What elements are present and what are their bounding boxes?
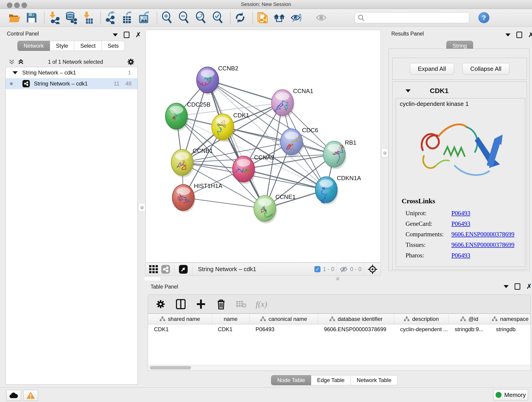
network-overview-icon[interactable]	[161, 265, 170, 274]
export-image-icon[interactable]	[138, 12, 150, 24]
memory-button[interactable]: Memory	[493, 389, 528, 400]
network-node-HIST1H1A[interactable]	[172, 185, 196, 212]
table-cell[interactable]: stringdb	[490, 324, 531, 334]
close-panel-icon[interactable]: ✗	[135, 32, 141, 37]
import-table-file-icon[interactable]	[82, 12, 94, 24]
clone-network-icon[interactable]	[257, 12, 268, 24]
delete-table-icon[interactable]	[235, 298, 247, 310]
float-panel-icon[interactable]	[515, 283, 520, 290]
horizontal-splitter-grip[interactable]	[144, 276, 161, 281]
column-header-namespace[interactable]: namespace	[490, 314, 531, 324]
crosslink-link[interactable]: P06493	[451, 210, 470, 217]
collapse-all-networks-icon[interactable]	[9, 59, 15, 65]
network-node-CCNA2[interactable]	[233, 156, 256, 184]
column-header-@id[interactable]: @id	[449, 314, 490, 324]
panel-menu-icon[interactable]	[113, 33, 118, 36]
table-cell[interactable]: P06493	[249, 324, 318, 334]
birds-eye-icon[interactable]	[368, 264, 377, 274]
network-canvas[interactable]: CCNB2CCNA1CDC25BCDK1CDC6RB1CCNB1CCNA2CDK…	[146, 30, 381, 263]
export-network-icon[interactable]	[104, 12, 116, 24]
column-header-description[interactable]: description	[394, 314, 449, 324]
table-horizontal-scrollbar[interactable]	[148, 365, 531, 370]
scrollbar-thumb[interactable]	[150, 366, 191, 370]
detach-view-icon[interactable]	[179, 265, 188, 274]
tree-network-row[interactable]: String Network – cdk11148	[6, 78, 138, 89]
crosslink-link[interactable]: P06493	[451, 220, 470, 227]
add-column-icon[interactable]	[195, 298, 207, 310]
fit-content-icon[interactable]	[195, 12, 207, 24]
float-panel-icon[interactable]	[516, 32, 522, 38]
network-node-CCNE1[interactable]	[254, 196, 277, 223]
table-cell[interactable]: 9606.ENSP00000378699	[318, 324, 394, 334]
gene-entry-header[interactable]: CDK1	[392, 85, 527, 96]
tab-sets[interactable]: Sets	[102, 41, 125, 51]
network-node-CDC6[interactable]	[280, 129, 304, 157]
help-button[interactable]: ?	[478, 12, 489, 23]
vertical-splitter-left[interactable]	[138, 203, 145, 212]
minimize-window-button[interactable]	[14, 2, 20, 8]
table-row[interactable]: CDK1CDK1P064939606.ENSP00000378699cyclin…	[148, 324, 531, 334]
show-all-icon[interactable]	[315, 12, 327, 24]
network-node-RB1[interactable]	[323, 141, 346, 169]
tab-edge-table[interactable]: Edge Table	[311, 375, 351, 385]
first-neighbors-icon[interactable]	[273, 12, 285, 24]
import-network-file-icon[interactable]	[48, 12, 60, 24]
tab-node-table[interactable]: Node Table	[271, 375, 311, 385]
tab-select[interactable]: Select	[74, 41, 102, 51]
tab-network[interactable]: Network	[17, 41, 50, 51]
network-node-CCNB2[interactable]	[196, 67, 220, 95]
zoom-window-button[interactable]	[22, 2, 27, 8]
column-header-database-identifier[interactable]: database identifier	[318, 314, 394, 324]
float-panel-icon[interactable]	[124, 32, 129, 38]
column-header-name[interactable]: name	[212, 314, 249, 324]
network-node-CCNA1[interactable]	[272, 89, 295, 118]
network-options-gear-icon[interactable]	[127, 58, 134, 65]
expand-all-networks-icon[interactable]	[18, 59, 24, 65]
panel-menu-icon[interactable]	[504, 285, 509, 288]
panel-menu-icon[interactable]	[505, 33, 510, 36]
open-session-icon[interactable]	[9, 12, 21, 24]
hidden-eye-icon[interactable]	[340, 266, 348, 273]
delete-column-icon[interactable]	[215, 298, 227, 310]
table-cell[interactable]: CDK1	[148, 324, 212, 334]
table-cell[interactable]: stringdb:9...	[449, 324, 490, 334]
horizontal-splitter-dot[interactable]	[336, 277, 339, 280]
network-node-CDKN1A[interactable]	[315, 177, 338, 205]
crosslink-link[interactable]: P06493	[451, 252, 470, 259]
function-builder-icon[interactable]: f(x)	[256, 298, 267, 310]
network-node-CCNB1[interactable]	[171, 149, 194, 177]
zoom-in-icon[interactable]	[161, 12, 173, 24]
close-panel-icon[interactable]: ✗	[528, 32, 532, 37]
tree-collection-row[interactable]: String Network – cdk11	[6, 67, 138, 78]
edge-CCNE1-HIST1H1A[interactable]	[183, 198, 265, 209]
crosslink-link[interactable]: 9606.ENSP00000378699	[451, 241, 514, 249]
network-node-CDK1[interactable]	[212, 114, 235, 142]
refresh-layout-icon[interactable]	[234, 12, 246, 24]
table-cell[interactable]: cyclin-dependent ...	[394, 324, 449, 334]
tab-style[interactable]: Style	[50, 41, 74, 51]
column-header-canonical-name[interactable]: canonical name	[249, 314, 318, 324]
table-options-gear-icon[interactable]	[155, 298, 166, 310]
collapse-gene-icon[interactable]	[405, 89, 411, 92]
network-node-CDC25B[interactable]	[165, 103, 189, 131]
crosslink-link[interactable]: 9606.ENSP00000378699	[451, 231, 514, 238]
tab-network-table[interactable]: Network Table	[351, 375, 398, 385]
column-header-shared-name[interactable]: shared name	[148, 314, 212, 324]
vertical-splitter-right[interactable]	[381, 148, 388, 157]
close-panel-icon[interactable]: ✗	[526, 284, 532, 289]
import-network-database-icon[interactable]	[65, 12, 77, 24]
zoom-out-icon[interactable]	[178, 12, 190, 24]
zoom-selected-icon[interactable]	[212, 12, 224, 24]
save-session-icon[interactable]	[26, 12, 38, 24]
search-input[interactable]	[355, 12, 469, 23]
hide-selected-icon[interactable]	[291, 12, 302, 24]
collapse-all-button[interactable]: Collapse All	[462, 63, 510, 75]
cloud-button[interactable]	[6, 390, 21, 401]
grid-view-icon[interactable]	[148, 264, 159, 275]
expand-all-button[interactable]: Expand All	[410, 63, 454, 75]
show-columns-icon[interactable]	[175, 298, 186, 310]
collapse-collection-icon[interactable]	[13, 71, 18, 74]
warnings-button[interactable]	[23, 390, 38, 401]
export-table-icon[interactable]	[121, 12, 133, 24]
selected-nodes-checkbox[interactable]: ✓	[314, 266, 321, 272]
